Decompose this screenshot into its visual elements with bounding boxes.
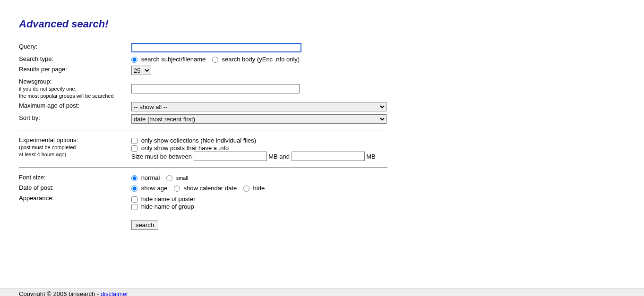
divider (19, 167, 387, 168)
search-button[interactable]: search (131, 220, 158, 230)
label-newsgroup: Newsgroup: (19, 78, 52, 85)
size-min-input[interactable] (194, 152, 267, 161)
page-title: Advanced search! (19, 18, 625, 30)
checkbox-collections-text: only show collections (hide individual f… (141, 137, 257, 144)
label-sort-by: Sort by: (19, 113, 131, 125)
label-search-type: Search type: (19, 54, 131, 64)
radio-show-calendar[interactable] (174, 186, 180, 192)
radio-font-normal-label[interactable]: normal (131, 174, 162, 181)
checkbox-hide-poster-label[interactable]: hide name of poster (131, 195, 196, 203)
radio-show-age-label[interactable]: show age (131, 185, 169, 192)
select-max-age[interactable]: -- show all -- (131, 102, 386, 111)
label-experimental-sub1: (post must be completed (19, 144, 76, 150)
checkbox-hide-poster[interactable] (131, 196, 137, 203)
checkbox-hide-group-label[interactable]: hide name of group (131, 203, 194, 210)
footer-disclaimer-link[interactable]: disclaimer (101, 290, 129, 296)
radio-font-small[interactable] (166, 175, 172, 181)
label-font-size: Font size: (19, 172, 131, 183)
select-results-per-page[interactable]: 25 (131, 66, 151, 75)
radio-hide-date-text: hide (253, 185, 265, 192)
size-prefix: Size must be between (131, 153, 192, 160)
checkbox-collections-label[interactable]: only show collections (hide individual f… (131, 137, 256, 144)
radio-hide-date-label[interactable]: hide (243, 185, 265, 192)
footer: Copyright © 2006 binsearch - disclaimer (0, 288, 644, 296)
footer-copyright: Copyright © 2006 binsearch - (19, 290, 101, 296)
radio-search-body[interactable] (212, 57, 218, 63)
label-date-of-post: Date of post: (19, 183, 131, 193)
checkbox-hide-poster-text: hide name of poster (141, 195, 196, 203)
size-max-input[interactable] (292, 152, 365, 161)
radio-search-body-label[interactable]: search body (yEnc .nfo only) (212, 56, 300, 63)
radio-search-body-text: search body (yEnc .nfo only) (222, 56, 300, 63)
query-input[interactable] (131, 43, 301, 52)
radio-font-small-text: small (176, 175, 189, 181)
radio-font-small-label[interactable]: small (166, 174, 188, 181)
checkbox-nfo[interactable] (131, 145, 137, 152)
label-query: Query: (19, 42, 131, 54)
divider (19, 130, 387, 130)
checkbox-nfo-text: only show posts that have a .nfo (141, 144, 229, 152)
radio-show-age-text: show age (141, 185, 168, 192)
radio-search-subject-label[interactable]: search subject/filename (131, 56, 207, 63)
size-mid: MB and (268, 153, 290, 160)
label-experimental-sub2: at least 4 hours ago) (19, 152, 66, 157)
label-newsgroup-sub2: the most popular groups will be searched (19, 93, 114, 99)
checkbox-nfo-label[interactable]: only show posts that have a .nfo (131, 144, 229, 152)
checkbox-hide-group[interactable] (131, 204, 137, 210)
label-newsgroup-sub1: if you do not specify one, (19, 86, 77, 92)
checkbox-hide-group-text: hide name of group (141, 203, 194, 210)
label-experimental: Experimental options: (19, 136, 78, 144)
radio-search-subject[interactable] (131, 57, 137, 63)
size-suffix: MB (366, 153, 376, 160)
label-appearance: Appearance: (19, 193, 131, 211)
select-sort-by[interactable]: date (most recent first) (131, 114, 386, 124)
radio-font-normal-text: normal (141, 174, 160, 181)
label-max-age: Maximum age of post: (19, 101, 131, 113)
newsgroup-input[interactable] (131, 84, 300, 93)
radio-show-calendar-text: show calendar date (184, 185, 237, 192)
checkbox-collections[interactable] (131, 138, 137, 144)
radio-show-calendar-label[interactable]: show calendar date (174, 185, 239, 192)
radio-font-normal[interactable] (131, 175, 137, 181)
radio-search-subject-text: search subject/filename (141, 56, 206, 63)
radio-show-age[interactable] (131, 186, 137, 192)
radio-hide-date[interactable] (243, 186, 249, 192)
label-results-per-page: Results per page: (19, 64, 131, 76)
